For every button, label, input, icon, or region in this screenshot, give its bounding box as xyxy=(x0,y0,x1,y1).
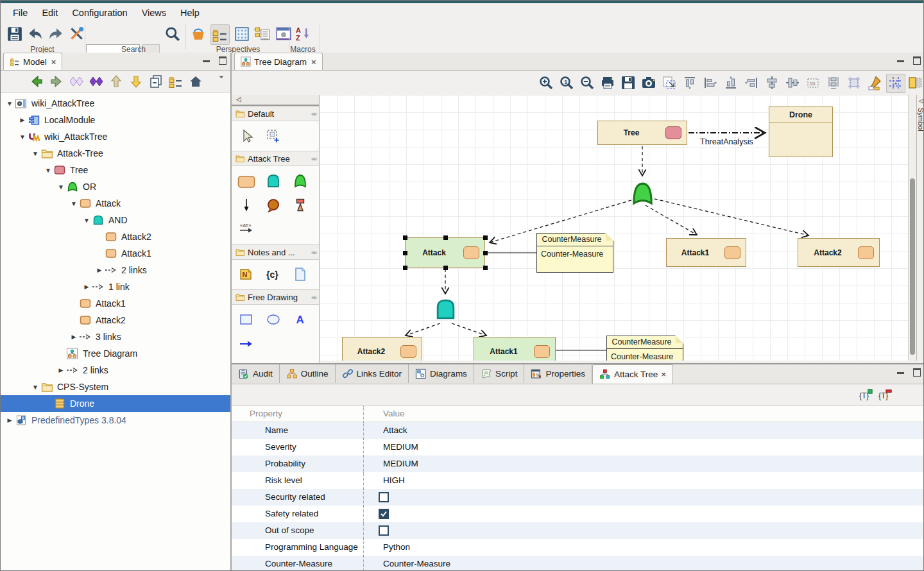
menu-file[interactable]: File xyxy=(6,5,35,21)
palette-section-notes-and-[interactable]: Notes and ...«» xyxy=(232,244,319,260)
perspective-bucket-icon[interactable] xyxy=(189,24,207,44)
close-icon[interactable]: × xyxy=(661,370,666,379)
align-right-icon[interactable] xyxy=(742,74,760,92)
minimize-icon[interactable] xyxy=(897,60,904,62)
diagram-node-and-gate[interactable] xyxy=(434,296,458,322)
diagram-node-attack2-bottom[interactable]: Attack2 xyxy=(342,337,422,361)
symbol-panel-collapsed[interactable]: ◁ Symbol xyxy=(916,95,924,361)
perspective-model-icon[interactable] xyxy=(210,24,230,45)
property-value[interactable]: Counter-Measure xyxy=(363,556,924,571)
tab-tree-diagram[interactable]: Tree Diagram × xyxy=(234,53,323,70)
checkbox-checked[interactable] xyxy=(379,509,389,519)
print-icon[interactable] xyxy=(599,74,617,92)
tree-item-attack2[interactable]: Attack2 xyxy=(1,312,230,328)
palette-tool-constraint-brace[interactable]: {c} xyxy=(260,262,287,287)
palette-tool-and-gate[interactable] xyxy=(260,169,287,193)
symbol-panel-icon[interactable] xyxy=(907,74,924,92)
tree-caret-icon[interactable]: ▼ xyxy=(43,167,53,174)
palette-tool-ellipse[interactable] xyxy=(260,307,287,332)
align-top-icon[interactable] xyxy=(681,74,699,92)
tree-caret-icon[interactable]: ▼ xyxy=(81,217,92,224)
move-up-icon[interactable] xyxy=(108,74,124,89)
diagram-node-drone[interactable]: Drone xyxy=(769,107,833,157)
tab-audit[interactable]: Audit xyxy=(232,364,280,383)
section-collapse-icon[interactable]: «» xyxy=(311,249,316,256)
tree-item-tree[interactable]: ▼Tree xyxy=(1,162,230,178)
redo-icon[interactable] xyxy=(47,24,65,44)
move-down-icon[interactable] xyxy=(128,74,144,89)
tree-item-localmodule[interactable]: ▶LocalModule xyxy=(1,112,230,128)
tree-caret-icon[interactable]: ▼ xyxy=(56,183,66,191)
palette-tool-cursor[interactable] xyxy=(233,124,260,148)
save-icon[interactable] xyxy=(6,24,24,44)
selection-handle[interactable] xyxy=(403,235,407,240)
property-value[interactable]: HIGH xyxy=(363,472,924,489)
selection-handle[interactable] xyxy=(483,266,488,270)
menu-edit[interactable]: Edit xyxy=(35,5,65,21)
diagram-node-attack1-bottom[interactable]: Attack1 xyxy=(474,337,556,361)
center-horizontal-icon[interactable] xyxy=(763,74,781,92)
tree-item-or[interactable]: ▼OR xyxy=(1,178,230,195)
canvas-vertical-scrollbar[interactable] xyxy=(908,95,916,361)
tree-caret-icon[interactable]: ▶ xyxy=(69,334,79,340)
palette-tool-timeout[interactable] xyxy=(287,193,314,217)
collapse-copy-icon[interactable] xyxy=(148,74,164,89)
edge-label-threatanalysis[interactable]: ThreatAnalysis xyxy=(700,137,753,146)
palette-tool-text-a[interactable]: A xyxy=(287,307,314,332)
perspective-grid-icon[interactable] xyxy=(233,24,251,44)
diagram-node-tree[interactable]: Tree xyxy=(597,121,687,145)
palette-tool-attack-node[interactable] xyxy=(233,169,260,193)
section-collapse-icon[interactable]: «» xyxy=(311,155,316,162)
property-value[interactable]: MEDIUM xyxy=(363,439,924,456)
maximize-icon[interactable] xyxy=(913,368,921,377)
tree-item-cps-system[interactable]: ▼CPS-System xyxy=(1,379,230,395)
tree-item-predefinedtypes-3-8-04[interactable]: ▶PredefinedTypes 3.8.04 xyxy=(1,412,230,429)
checkbox-unchecked[interactable] xyxy=(379,525,389,536)
tree-caret-icon[interactable]: ▶ xyxy=(56,367,66,373)
tree-item-2-links[interactable]: ▶2 links xyxy=(1,362,230,379)
tree-item-and[interactable]: ▼AND xyxy=(1,212,230,228)
tree-item-attack1[interactable]: Attack1 xyxy=(1,245,230,262)
nav-forward-icon[interactable] xyxy=(49,74,64,89)
screenshot-icon[interactable] xyxy=(640,74,658,92)
diagram-node-attack1[interactable]: Attack1 xyxy=(666,238,746,267)
section-collapse-icon[interactable]: «» xyxy=(311,110,316,117)
tab-model[interactable]: Model × xyxy=(3,53,62,70)
fit-selection-icon[interactable] xyxy=(660,74,678,92)
tree-caret-icon[interactable]: ▶ xyxy=(17,117,28,123)
palette-tool-marquee[interactable] xyxy=(260,124,287,148)
diamonds-dark-icon[interactable] xyxy=(89,74,104,89)
align-bottom-icon[interactable] xyxy=(722,74,740,92)
view-menu-chevron-icon[interactable] xyxy=(216,72,227,82)
property-value[interactable] xyxy=(363,506,924,522)
property-value[interactable] xyxy=(363,489,924,506)
tree-caret-icon[interactable]: ▼ xyxy=(4,100,15,107)
palette-section-free-drawing[interactable]: Free Drawing«» xyxy=(232,289,319,305)
zoom-original-icon[interactable]: 1 xyxy=(558,74,576,92)
maximize-icon[interactable] xyxy=(913,56,921,65)
tree-caret-icon[interactable]: ▼ xyxy=(17,133,28,141)
palette-tool-note[interactable]: N xyxy=(233,262,260,287)
property-value[interactable] xyxy=(363,522,924,539)
tree-caret-icon[interactable]: ▶ xyxy=(4,417,15,423)
selection-handle[interactable] xyxy=(483,251,488,255)
diagram-node-or-gate[interactable] xyxy=(629,179,656,208)
section-collapse-icon[interactable]: «» xyxy=(311,294,316,301)
grid-visibility-icon[interactable] xyxy=(886,74,905,93)
close-icon[interactable]: × xyxy=(51,57,56,67)
tree-item-attack-tree[interactable]: ▼Attack-Tree xyxy=(1,145,230,162)
remove-attribute-icon[interactable]: {T} xyxy=(878,388,894,402)
palette-tool-arrow-blue[interactable] xyxy=(233,332,260,356)
zoom-out-icon[interactable] xyxy=(578,74,596,92)
menu-configuration[interactable]: Configuration xyxy=(65,5,134,21)
tab-links-editor[interactable]: Links Editor xyxy=(336,364,409,383)
tab-outline[interactable]: Outline xyxy=(280,364,336,383)
property-value[interactable]: MEDIUM xyxy=(363,456,924,472)
selection-handle[interactable] xyxy=(403,251,407,255)
palette-collapse-button[interactable]: ◁ xyxy=(232,95,319,106)
save-diagram-icon[interactable] xyxy=(619,74,637,92)
tree-item-3-links[interactable]: ▶3 links xyxy=(1,328,230,345)
selection-area-icon[interactable] xyxy=(845,74,863,92)
tab-diagrams[interactable]: Diagrams xyxy=(409,364,474,383)
palette-section-default[interactable]: Default«» xyxy=(232,106,319,121)
